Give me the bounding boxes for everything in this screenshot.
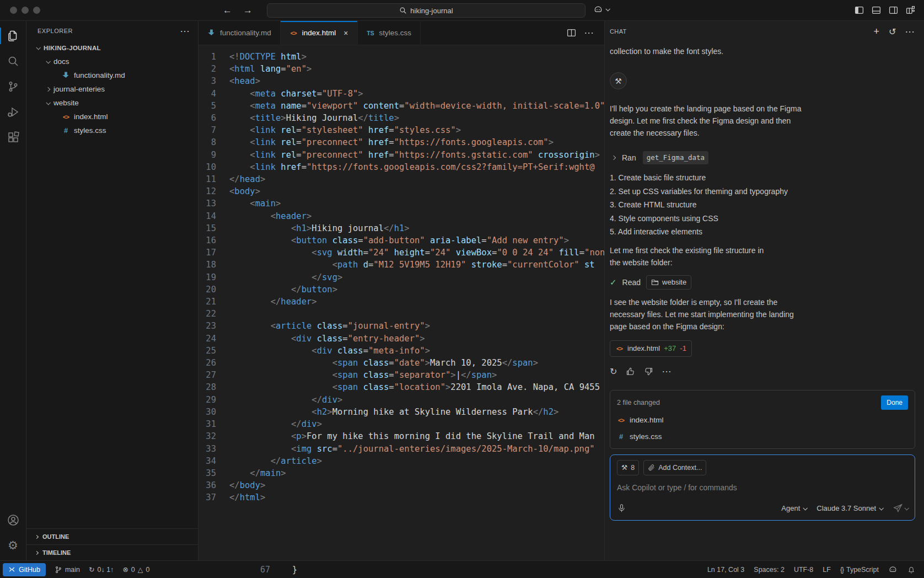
code-line[interactable]: 27 <span class="separator">|</span> (198, 369, 604, 381)
customize-layout-icon[interactable] (906, 6, 915, 15)
chat-more-actions-icon[interactable]: ··· (906, 28, 916, 36)
read-target-chip[interactable]: website (646, 275, 691, 290)
code-line[interactable]: 21 </header> (198, 296, 604, 308)
code-line[interactable]: 3<head> (198, 75, 604, 87)
chat-input-box[interactable]: ⚒ 8 Add Context... Ask Copilot or type /… (610, 454, 915, 521)
branch-indicator[interactable]: main (55, 566, 80, 574)
close-window-button[interactable] (10, 7, 17, 14)
code-line[interactable]: 15 <h1>Hiking journal</h1> (198, 222, 604, 234)
chat-input-placeholder[interactable]: Ask Copilot or type / for commands (617, 481, 908, 494)
agent-mode-selector[interactable]: Agent (781, 502, 807, 515)
code-line[interactable]: 28 <span class="location">2201 Imola Ave… (198, 381, 604, 393)
search-view-icon[interactable] (0, 49, 26, 74)
changed-file-chip[interactable]: <> index.html +37 -1 (610, 340, 692, 357)
code-line[interactable]: 8 <link rel="preconnect" href="https://f… (198, 136, 604, 148)
changed-file-row[interactable]: # styles.css (617, 431, 908, 443)
run-debug-icon[interactable] (0, 99, 26, 125)
source-control-icon[interactable] (0, 74, 26, 99)
code-line[interactable]: 16 <button class="add-button" aria-label… (198, 234, 604, 247)
tree-folder-docs[interactable]: docs (26, 55, 198, 68)
minimize-window-button[interactable] (22, 7, 29, 14)
code-line[interactable]: 37</html> (198, 491, 604, 504)
add-context-button[interactable]: Add Context... (643, 460, 706, 475)
code-line[interactable]: 19 </svg> (198, 271, 604, 283)
problems-indicator[interactable]: ⊗ 0 △ 0 (122, 565, 149, 574)
code-line[interactable]: 9 <link rel="preconnect" href="https://f… (198, 149, 604, 161)
chat-history-icon[interactable]: ↺ (889, 26, 896, 37)
toggle-panel-icon[interactable] (872, 6, 881, 15)
code-line[interactable]: 33 <img src="../journal-enteries/images/… (198, 443, 604, 455)
code-editor[interactable]: 1<!DOCTYPE html>2<html lang="en">3<head>… (198, 45, 604, 560)
sync-indicator[interactable]: ↻ 0↓ 1↑ (89, 565, 114, 574)
code-line[interactable]: 5 <meta name="viewport" content="width=d… (198, 100, 604, 112)
tree-root-hiking-journal[interactable]: HIKING-JOURNAL (26, 41, 198, 55)
command-center-search[interactable]: hiking-journal (267, 3, 585, 18)
remote-indicator[interactable]: GitHub (3, 563, 46, 576)
code-line[interactable]: 29 </div> (198, 394, 604, 406)
code-line[interactable]: 2<html lang="en"> (198, 63, 604, 75)
code-line[interactable]: 24 <div class="entry-header"> (198, 333, 604, 345)
tools-count-chip[interactable]: ⚒ 8 (617, 460, 639, 475)
code-line[interactable]: 10 <link href="https://fonts.googleapis.… (198, 161, 604, 173)
retry-icon[interactable]: ↻ (610, 366, 617, 378)
code-line[interactable]: 34 </article> (198, 455, 604, 467)
code-line[interactable]: 23 <article class="journal-entry"> (198, 320, 604, 332)
tab-functionality-md[interactable]: functionality.md (198, 21, 281, 45)
eol-indicator[interactable]: LF (823, 566, 831, 574)
editor-more-actions-icon[interactable]: ··· (585, 29, 595, 37)
thumbs-up-icon[interactable] (626, 367, 635, 376)
explorer-icon[interactable] (0, 23, 26, 49)
feedback-more-icon[interactable]: ··· (662, 366, 672, 378)
encoding-indicator[interactable]: UTF-8 (794, 566, 813, 574)
zoom-window-button[interactable] (33, 7, 40, 14)
tree-file-styles-css[interactable]: # styles.css (26, 124, 198, 137)
microphone-icon[interactable] (617, 504, 626, 513)
code-line[interactable]: 32 <p>For my hike this morning I did the… (198, 430, 604, 442)
code-line[interactable]: 11</head> (198, 173, 604, 185)
back-button[interactable]: ← (223, 5, 232, 16)
toggle-secondary-sidebar-icon[interactable] (889, 6, 898, 15)
tab-styles-css[interactable]: TS styles.css (358, 21, 421, 45)
code-line[interactable]: 36</body> (198, 479, 604, 491)
code-line[interactable]: 25 <div class="meta-info"> (198, 345, 604, 357)
tree-file-index-html[interactable]: <> index.html (26, 110, 198, 124)
tree-folder-journal-enteries[interactable]: journal-enteries (26, 82, 198, 96)
split-editor-icon[interactable] (567, 28, 576, 38)
code-line[interactable]: 13 <main> (198, 197, 604, 210)
new-chat-icon[interactable]: + (874, 26, 880, 36)
tab-index-html[interactable]: <> index.html × (281, 21, 358, 45)
thumbs-down-icon[interactable] (644, 367, 653, 376)
settings-gear-icon[interactable]: ⚙ (0, 533, 26, 558)
done-button[interactable]: Done (881, 395, 908, 410)
code-line[interactable]: 20 </button> (198, 283, 604, 296)
indentation-indicator[interactable]: Spaces: 2 (754, 566, 785, 574)
notifications-bell-icon[interactable] (907, 565, 916, 574)
code-line[interactable]: 22 (198, 308, 604, 320)
code-line[interactable]: 26 <span class="date">March 10, 2025</sp… (198, 357, 604, 369)
forward-button[interactable]: → (243, 5, 253, 16)
outline-panel-header[interactable]: OUTLINE (26, 528, 198, 544)
code-line[interactable]: 6 <title>Hiking Journal</title> (198, 112, 604, 124)
code-line[interactable]: 4 <meta charset="UTF-8"> (198, 88, 604, 100)
explorer-more-actions-icon[interactable]: ··· (181, 27, 191, 35)
code-line[interactable]: 30 <h2>Morning hike at Skyline Wildernes… (198, 406, 604, 418)
code-line[interactable]: 17 <svg width="24" height="24" viewBox="… (198, 247, 604, 259)
code-line[interactable]: 12<body> (198, 185, 604, 197)
tree-file-functionality-md[interactable]: functionality.md (26, 68, 198, 82)
copilot-status-icon[interactable] (888, 565, 898, 574)
tool-run-row[interactable]: Ran get_Figma_data (610, 151, 916, 164)
send-button[interactable] (893, 503, 908, 513)
code-line[interactable]: 7 <link rel="stylesheet" href="styles.cs… (198, 124, 604, 136)
code-line[interactable]: 14 <header> (198, 210, 604, 222)
model-selector[interactable]: Claude 3.7 Sonnet (816, 502, 883, 515)
code-line[interactable]: 1<!DOCTYPE html> (198, 51, 604, 63)
code-line[interactable]: 31 </div> (198, 418, 604, 430)
toggle-primary-sidebar-icon[interactable] (855, 6, 864, 15)
language-mode[interactable]: {} TypeScript (840, 566, 879, 574)
code-line[interactable]: 35 </main> (198, 467, 604, 479)
changed-file-row[interactable]: <> index.html (617, 414, 908, 426)
extensions-icon[interactable] (0, 125, 26, 150)
tree-folder-website[interactable]: website (26, 96, 198, 110)
copilot-menu-button[interactable] (593, 4, 609, 14)
close-tab-icon[interactable]: × (343, 29, 348, 38)
